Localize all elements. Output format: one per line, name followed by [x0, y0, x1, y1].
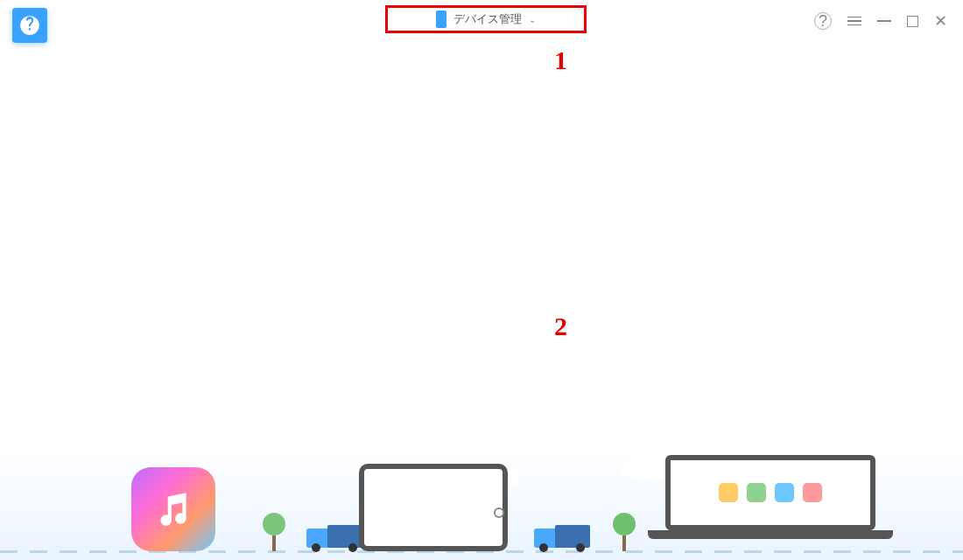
footer-illustration: [0, 446, 963, 560]
device-dropdown[interactable]: デバイス管理 ⌄: [385, 5, 587, 33]
chevron-down-icon: ⌄: [529, 15, 536, 24]
device-dropdown-label: デバイス管理: [453, 11, 522, 27]
menu-button[interactable]: [847, 17, 861, 26]
phone-icon: [436, 10, 446, 28]
annotation-2: 2: [554, 312, 567, 341]
maximize-button[interactable]: [907, 16, 918, 27]
laptop-screen: [665, 455, 875, 530]
laptop-illustration: [648, 455, 893, 551]
itunes-illustration: [131, 467, 215, 551]
close-button[interactable]: ✕: [934, 13, 947, 29]
title-bar: デバイス管理 ⌄ ? ✕: [0, 0, 963, 44]
app-logo: [12, 8, 47, 43]
tablet-illustration: [359, 464, 508, 551]
annotation-1: 1: [554, 46, 567, 75]
help-button[interactable]: ?: [814, 12, 832, 30]
minimize-button[interactable]: [877, 20, 891, 22]
